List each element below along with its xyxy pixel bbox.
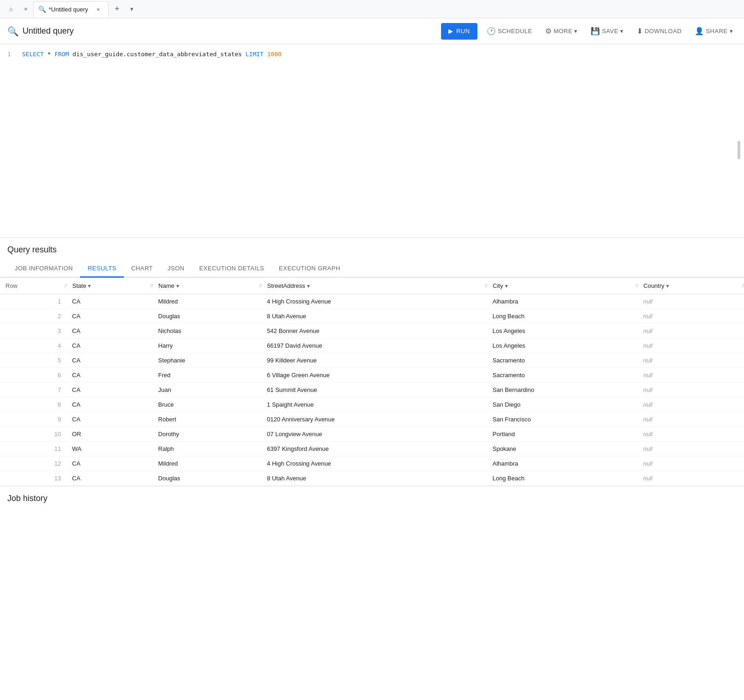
- cell-row-num: 3: [0, 324, 67, 338]
- tab-execution-details[interactable]: EXECUTION DETAILS: [192, 260, 272, 278]
- cell-city: Sacramento: [487, 353, 638, 368]
- col-header-state: State ▾ //: [67, 278, 153, 294]
- cell-name: Juan: [153, 383, 262, 397]
- tab-results[interactable]: RESULTS: [80, 260, 124, 278]
- col-header-row: Row //: [0, 278, 67, 294]
- share-label: SHARE: [706, 28, 727, 35]
- run-label: RUN: [456, 28, 470, 35]
- table-row: 3 CA Nicholas 542 Bonner Avenue Los Ange…: [0, 324, 744, 338]
- col-header-city: City ▾ //: [487, 278, 638, 294]
- country-sort-icon[interactable]: ▾: [666, 283, 669, 289]
- tab-json[interactable]: JSON: [160, 260, 192, 278]
- cell-country: null: [638, 442, 744, 456]
- download-label: DOWNLOAD: [645, 28, 682, 35]
- cell-name: Harry: [153, 338, 262, 353]
- cell-city: Los Angeles: [487, 338, 638, 353]
- cell-row-num: 6: [0, 368, 67, 383]
- schedule-label: SCHEDULE: [498, 28, 532, 35]
- city-sort-icon[interactable]: ▾: [505, 283, 508, 289]
- state-col-label: State: [72, 282, 86, 289]
- page-title: Untitled query: [23, 26, 74, 36]
- close-tab-button[interactable]: ×: [20, 4, 31, 15]
- cell-street: 542 Bonner Avenue: [262, 324, 487, 338]
- results-title: Query results: [0, 245, 744, 260]
- tab-job-information[interactable]: JOB INFORMATION: [7, 260, 80, 278]
- table-row: 8 CA Bruce 1 Spaight Avenue San Diego nu…: [0, 397, 744, 412]
- cell-street: 6 Village Green Avenue: [262, 368, 487, 383]
- state-col-resize[interactable]: //: [151, 278, 152, 294]
- save-button[interactable]: 💾 SAVE ▾: [587, 23, 628, 40]
- table-row: 13 CA Douglas 8 Utah Avenue Long Beach n…: [0, 471, 744, 486]
- table-row: 5 CA Stephanie 99 Killdeer Avenue Sacram…: [0, 353, 744, 368]
- add-tab-button[interactable]: +: [110, 3, 123, 16]
- cell-country: null: [638, 309, 744, 324]
- query-results-section: Query results JOB INFORMATION RESULTS CH…: [0, 238, 744, 486]
- table-row: 12 CA Mildred 4 High Crossing Avenue Alh…: [0, 456, 744, 471]
- state-sort-icon[interactable]: ▾: [88, 283, 91, 289]
- toolbar-title-area: 🔍 Untitled query: [7, 26, 436, 37]
- col-header-country: Country ▾ //: [638, 278, 744, 294]
- country-col-resize[interactable]: //: [742, 278, 744, 294]
- name-sort-icon[interactable]: ▾: [176, 283, 179, 289]
- cell-row-num: 2: [0, 309, 67, 324]
- row-col-resize[interactable]: //: [64, 278, 66, 294]
- cell-row-num: 9: [0, 412, 67, 427]
- query-tab-label: *Untitled query: [49, 6, 88, 13]
- table-row: 1 CA Mildred 4 High Crossing Avenue Alha…: [0, 294, 744, 309]
- run-button[interactable]: ▶ RUN: [441, 23, 477, 40]
- download-button[interactable]: ⬇ DOWNLOAD: [633, 23, 686, 40]
- tab-bar: ⌂ × 🔍 *Untitled query × + ▾: [0, 0, 744, 18]
- cell-row-num: 10: [0, 427, 67, 442]
- more-chevron-icon: ▾: [574, 28, 578, 35]
- cell-state: CA: [67, 412, 153, 427]
- city-col-label: City: [493, 282, 503, 289]
- cell-state: CA: [67, 338, 153, 353]
- save-chevron-icon: ▾: [620, 28, 624, 35]
- tab-execution-graph[interactable]: EXECUTION GRAPH: [272, 260, 348, 278]
- cell-country: null: [638, 338, 744, 353]
- toolbar-query-icon: 🔍: [7, 26, 19, 37]
- cell-name: Douglas: [153, 309, 262, 324]
- cell-state: CA: [67, 397, 153, 412]
- cell-row-num: 5: [0, 353, 67, 368]
- cell-row-num: 13: [0, 471, 67, 486]
- cell-city: Spokane: [487, 442, 638, 456]
- tab-chart[interactable]: CHART: [124, 260, 160, 278]
- cell-street: 4 High Crossing Avenue: [262, 294, 487, 309]
- query-tab[interactable]: 🔍 *Untitled query ×: [33, 1, 109, 17]
- table-row: 6 CA Fred 6 Village Green Avenue Sacrame…: [0, 368, 744, 383]
- street-sort-icon[interactable]: ▾: [307, 283, 310, 289]
- close-query-tab-button[interactable]: ×: [93, 4, 104, 15]
- cell-country: null: [638, 353, 744, 368]
- col-header-name: Name ▾ //: [153, 278, 262, 294]
- cell-name: Nicholas: [153, 324, 262, 338]
- cell-name: Bruce: [153, 397, 262, 412]
- editor-scrollbar[interactable]: [738, 141, 740, 159]
- table-body: 1 CA Mildred 4 High Crossing Avenue Alha…: [0, 294, 744, 486]
- save-icon: 💾: [591, 27, 600, 35]
- name-col-label: Name: [158, 282, 174, 289]
- cell-street: 8 Utah Avenue: [262, 471, 487, 486]
- cell-row-num: 8: [0, 397, 67, 412]
- schedule-button[interactable]: 🕐 SCHEDULE: [483, 23, 536, 40]
- cell-country: null: [638, 397, 744, 412]
- toolbar: 🔍 Untitled query ▶ RUN 🕐 SCHEDULE ⚙ MORE…: [0, 18, 744, 44]
- street-col-label: StreetAddress: [267, 282, 305, 289]
- name-col-resize[interactable]: //: [259, 278, 261, 294]
- cell-row-num: 1: [0, 294, 67, 309]
- keyword-select: SELECT: [22, 51, 44, 58]
- home-button[interactable]: ⌂: [4, 2, 18, 17]
- city-col-resize[interactable]: //: [636, 278, 638, 294]
- table-row: 10 OR Dorothy 07 Longview Avenue Portlan…: [0, 427, 744, 442]
- cell-row-num: 11: [0, 442, 67, 456]
- street-col-resize[interactable]: //: [485, 278, 487, 294]
- more-tabs-button[interactable]: ▾: [125, 3, 138, 16]
- sql-editor[interactable]: 1 SELECT * FROM dis_user_guide.customer_…: [0, 44, 744, 238]
- more-button[interactable]: ⚙ MORE ▾: [541, 23, 581, 40]
- cell-country: null: [638, 368, 744, 383]
- run-icon: ▶: [448, 28, 453, 35]
- share-button[interactable]: 👤 SHARE ▾: [691, 23, 737, 40]
- editor-line-1: 1 SELECT * FROM dis_user_guide.customer_…: [0, 50, 744, 58]
- cell-name: Fred: [153, 368, 262, 383]
- save-label: SAVE: [602, 28, 618, 35]
